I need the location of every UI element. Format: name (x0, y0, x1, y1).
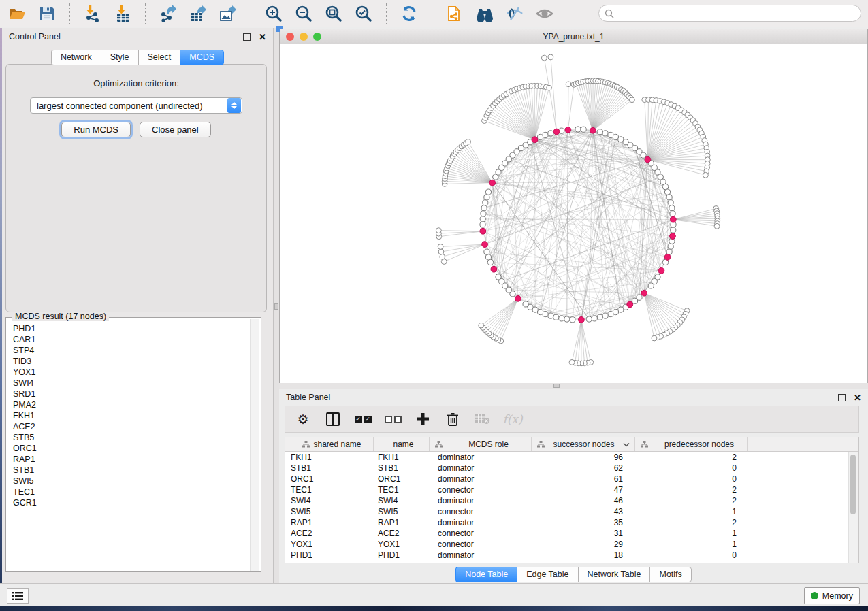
cell-predecessor-nodes[interactable]: 1 (635, 529, 748, 538)
mcds-list-scrollbar[interactable] (250, 319, 259, 571)
cell-predecessor-nodes[interactable]: 2 (635, 496, 748, 506)
network-node[interactable] (523, 301, 528, 307)
network-node[interactable] (648, 283, 654, 288)
network-node[interactable] (597, 129, 602, 135)
hide-selected-button[interactable] (504, 3, 525, 24)
vertical-splitter[interactable] (274, 28, 279, 583)
tab-motifs[interactable]: Motifs (649, 567, 691, 582)
refresh-button[interactable] (399, 3, 419, 24)
cell-mcds-role[interactable]: dominator (430, 452, 532, 462)
mcds-result-item[interactable]: ACE2 (13, 421, 251, 432)
save-button[interactable] (37, 3, 57, 24)
mcds-result-item[interactable]: PHD1 (13, 323, 251, 334)
cell-shared-name[interactable]: YOX1 (285, 540, 374, 549)
cell-mcds-role[interactable]: connector (430, 507, 532, 516)
network-node[interactable] (608, 132, 613, 137)
network-node[interactable] (548, 313, 553, 318)
maximize-window-button[interactable] (313, 33, 321, 41)
network-node[interactable] (483, 200, 488, 205)
network-node[interactable] (664, 189, 670, 195)
unselect-all-columns-button[interactable] (385, 411, 401, 427)
network-hub-node[interactable] (578, 317, 584, 323)
share-document-button[interactable] (445, 3, 465, 24)
network-node[interactable] (485, 254, 491, 260)
cell-name[interactable]: STB1 (374, 463, 430, 473)
network-leaf-node[interactable] (566, 82, 571, 87)
mcds-result-item[interactable]: RAP1 (13, 454, 251, 465)
export-table-button[interactable] (188, 3, 208, 24)
cell-predecessor-nodes[interactable]: 0 (635, 474, 748, 484)
network-node[interactable] (484, 195, 489, 200)
network-hub-node[interactable] (515, 295, 521, 301)
cell-shared-name[interactable]: FKH1 (285, 452, 374, 462)
tab-select[interactable]: Select (138, 50, 180, 65)
network-hub-node[interactable] (590, 127, 596, 133)
cell-shared-name[interactable]: STB1 (285, 463, 374, 473)
network-node[interactable] (487, 259, 493, 265)
network-node[interactable] (608, 311, 613, 316)
cell-successor-nodes[interactable]: 62 (532, 463, 635, 473)
mcds-result-item[interactable]: PMA2 (13, 399, 251, 410)
cell-mcds-role[interactable]: connector (430, 485, 532, 495)
network-node[interactable] (592, 316, 597, 321)
network-node[interactable] (602, 131, 608, 136)
network-node[interactable] (543, 311, 548, 316)
network-node[interactable] (597, 314, 602, 320)
table-row[interactable]: SWI4SWI4dominator462 (285, 495, 858, 506)
cell-mcds-role[interactable]: dominator (430, 550, 532, 560)
mcds-result-item[interactable]: STB1 (13, 465, 251, 476)
cell-predecessor-nodes[interactable]: 2 (635, 485, 748, 495)
network-node[interactable] (670, 211, 675, 216)
cell-predecessor-nodes[interactable]: 0 (635, 550, 748, 560)
cell-mcds-role[interactable]: dominator (430, 463, 532, 473)
cell-shared-name[interactable]: RAP1 (285, 518, 374, 527)
cell-predecessor-nodes[interactable]: 1 (635, 540, 748, 549)
network-leaf-node[interactable] (652, 335, 657, 341)
float-panel-icon[interactable] (243, 33, 251, 41)
network-node[interactable] (586, 316, 592, 322)
cell-successor-nodes[interactable]: 47 (532, 485, 635, 495)
network-node[interactable] (632, 298, 638, 303)
cell-mcds-role[interactable]: connector (430, 529, 532, 538)
cell-name[interactable]: RAP1 (374, 518, 430, 527)
cell-successor-nodes[interactable]: 43 (532, 507, 635, 516)
table-options-button[interactable]: ⚙ (295, 411, 311, 427)
mcds-result-item[interactable]: STP4 (13, 345, 251, 356)
network-node[interactable] (613, 309, 618, 314)
network-hub-node[interactable] (480, 228, 486, 234)
network-leaf-node[interactable] (479, 323, 484, 328)
network-hub-node[interactable] (664, 254, 671, 260)
table-row[interactable]: STB1STB1dominator620 (285, 463, 858, 474)
network-node[interactable] (668, 200, 673, 205)
export-network-button[interactable] (158, 3, 178, 24)
network-node[interactable] (671, 227, 676, 233)
network-window-titlebar[interactable]: YPA_prune.txt_1 (280, 29, 867, 44)
mcds-result-item[interactable]: ORC1 (13, 443, 251, 454)
network-node[interactable] (481, 211, 486, 216)
cell-shared-name[interactable]: SWI5 (285, 507, 374, 516)
tab-mcds[interactable]: MCDS (180, 50, 224, 65)
network-node[interactable] (666, 195, 672, 200)
cell-predecessor-nodes[interactable]: 1 (635, 507, 748, 516)
table-row[interactable]: RAP1RAP1dominator352 (285, 517, 858, 528)
run-mcds-button[interactable]: Run MCDS (61, 122, 131, 137)
mcds-result-item[interactable]: CAR1 (13, 334, 251, 345)
import-table-button[interactable] (112, 3, 133, 24)
mcds-result-item[interactable]: TEC1 (13, 486, 251, 497)
splitter-handle[interactable] (274, 303, 278, 310)
cell-predecessor-nodes[interactable]: 2 (635, 518, 748, 527)
scrollbar-thumb[interactable] (850, 455, 856, 514)
open-file-button[interactable] (7, 3, 27, 24)
table-row[interactable]: YOX1YOX1connector291 (285, 539, 858, 550)
tab-style[interactable]: Style (101, 50, 138, 65)
cell-shared-name[interactable]: SWI4 (285, 496, 374, 506)
cell-shared-name[interactable]: ACE2 (285, 529, 374, 538)
cell-successor-nodes[interactable]: 46 (532, 496, 635, 506)
mcds-result-item[interactable]: STB5 (13, 432, 251, 443)
network-node[interactable] (496, 274, 501, 280)
cell-mcds-role[interactable]: dominator (430, 518, 532, 527)
network-node[interactable] (537, 134, 543, 139)
cell-name[interactable]: SWI5 (374, 507, 430, 516)
network-leaf-node[interactable] (630, 97, 635, 103)
network-node[interactable] (543, 132, 548, 137)
